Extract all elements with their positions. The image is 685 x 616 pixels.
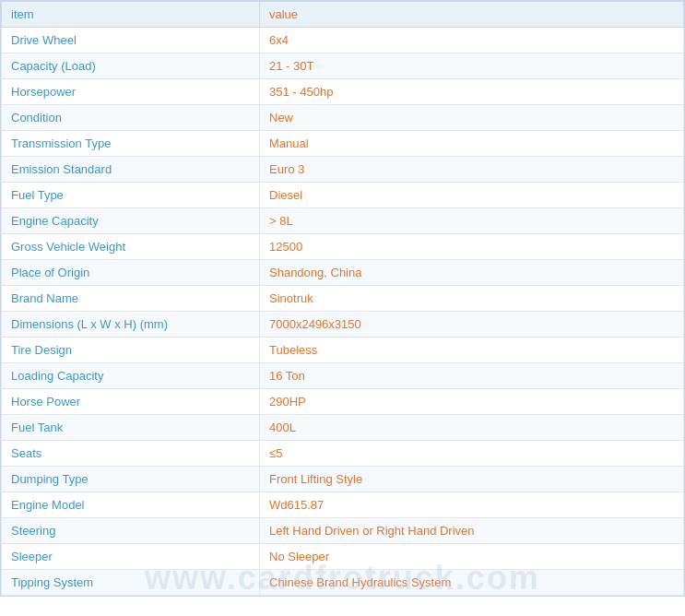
value-cell: 6x4 [260, 28, 684, 53]
value-cell: 21 - 30T [260, 53, 684, 79]
value-cell: New [260, 105, 684, 131]
table-row: Capacity (Load)21 - 30T [2, 53, 684, 79]
value-cell: 290HP [260, 389, 684, 415]
value-cell: ≤5 [260, 441, 684, 467]
value-cell: Diesel [260, 183, 684, 208]
value-cell: Wd615.87 [260, 492, 684, 518]
item-cell: Horsepower [2, 79, 260, 105]
table-row: Brand NameSinotruk [2, 286, 684, 312]
table-body: Drive Wheel6x4Capacity (Load)21 - 30THor… [2, 28, 684, 596]
table-row: SleeperNo Sleeper [2, 544, 684, 570]
table-row: Engine Capacity> 8L [2, 208, 684, 234]
value-cell: Tubeless [260, 338, 684, 363]
table-row: Gross Vehicle Weight12500 [2, 234, 684, 260]
table-row: Tire DesignTubeless [2, 338, 684, 363]
value-cell: Sinotruk [260, 286, 684, 312]
item-cell: Horse Power [2, 389, 260, 415]
value-cell: Manual [260, 131, 684, 157]
item-cell: Engine Capacity [2, 208, 260, 234]
table-row: SteeringLeft Hand Driven or Right Hand D… [2, 518, 684, 544]
item-header: item [2, 2, 260, 28]
value-cell: Shandong, China [260, 260, 684, 286]
item-cell: Capacity (Load) [2, 53, 260, 79]
value-cell: 400L [260, 415, 684, 441]
table-row: Transmission TypeManual [2, 131, 684, 157]
table-row: ConditionNew [2, 105, 684, 131]
value-cell: No Sleeper [260, 544, 684, 570]
item-cell: Transmission Type [2, 131, 260, 157]
item-cell: Tipping System [2, 570, 260, 596]
value-cell: 351 - 450hp [260, 79, 684, 105]
value-cell: Left Hand Driven or Right Hand Driven [260, 518, 684, 544]
table-row: Dumping TypeFront Lifting Style [2, 467, 684, 492]
table-row: Engine ModelWd615.87 [2, 492, 684, 518]
table-row: Horse Power290HP [2, 389, 684, 415]
specs-table: item value Drive Wheel6x4Capacity (Load)… [1, 1, 684, 596]
table-header-row: item value [2, 2, 684, 28]
table-row: Dimensions (L x W x H) (mm)7000x2496x315… [2, 312, 684, 338]
value-cell: 16 Ton [260, 363, 684, 389]
item-cell: Sleeper [2, 544, 260, 570]
value-cell: Chinese Brand Hydraulics System [260, 570, 684, 596]
value-cell: Front Lifting Style [260, 467, 684, 492]
item-cell: Fuel Type [2, 183, 260, 208]
item-cell: Gross Vehicle Weight [2, 234, 260, 260]
table-row: Horsepower351 - 450hp [2, 79, 684, 105]
table-row: Loading Capacity16 Ton [2, 363, 684, 389]
table-row: Fuel TypeDiesel [2, 183, 684, 208]
value-cell: 7000x2496x3150 [260, 312, 684, 338]
table-row: Fuel Tank400L [2, 415, 684, 441]
item-cell: Dumping Type [2, 467, 260, 492]
value-header: value [260, 2, 684, 28]
item-cell: Seats [2, 441, 260, 467]
table-row: Seats≤5 [2, 441, 684, 467]
item-cell: Steering [2, 518, 260, 544]
item-cell: Fuel Tank [2, 415, 260, 441]
item-cell: Loading Capacity [2, 363, 260, 389]
item-cell: Dimensions (L x W x H) (mm) [2, 312, 260, 338]
value-cell: 12500 [260, 234, 684, 260]
specs-table-container: item value Drive Wheel6x4Capacity (Load)… [0, 0, 685, 597]
item-cell: Brand Name [2, 286, 260, 312]
item-cell: Engine Model [2, 492, 260, 518]
item-cell: Tire Design [2, 338, 260, 363]
table-row: Place of OriginShandong, China [2, 260, 684, 286]
table-row: Drive Wheel6x4 [2, 28, 684, 53]
item-cell: Place of Origin [2, 260, 260, 286]
value-cell: Euro 3 [260, 157, 684, 183]
table-row: Tipping SystemChinese Brand Hydraulics S… [2, 570, 684, 596]
item-cell: Condition [2, 105, 260, 131]
table-row: Emission StandardEuro 3 [2, 157, 684, 183]
item-cell: Emission Standard [2, 157, 260, 183]
item-cell: Drive Wheel [2, 28, 260, 53]
value-cell: > 8L [260, 208, 684, 234]
